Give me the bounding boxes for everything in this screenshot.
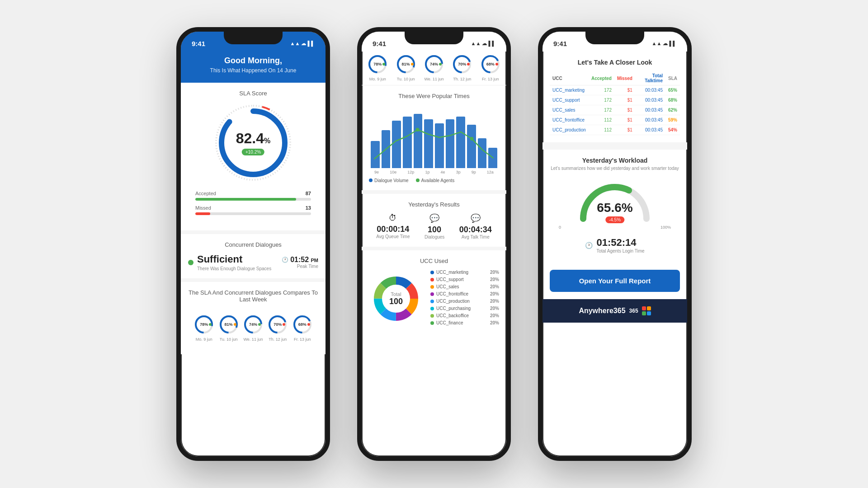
sufficient-badge: Sufficient There Was Enough Dialogue Spa… xyxy=(188,253,271,271)
greeting: Good Morning, xyxy=(190,56,316,66)
divider-2 xyxy=(181,278,326,282)
donut-label: Total 100 xyxy=(389,291,403,306)
week-circle-item: 74% We. 11 jun xyxy=(423,53,445,81)
results-grid: ⏱ 00:00:14 Avg Queue Time 💬 100 Dialogue… xyxy=(369,213,499,239)
table-row: UCC_marketing 172 $1 00:03:45 65% xyxy=(550,85,680,95)
ucc-pct: 20% xyxy=(490,270,499,275)
time-badge: 🕐 01:52 PM Peak Time xyxy=(282,256,318,269)
bar xyxy=(403,117,412,168)
td-total: 00:03:45 xyxy=(635,95,665,105)
missed-stat: Missed 13 xyxy=(195,205,311,215)
logo-text: Anywhere365 xyxy=(579,307,625,315)
ucc-pct: 20% xyxy=(490,299,499,304)
time-val-text: 01:52 xyxy=(290,256,309,263)
accepted-label: Accepted xyxy=(195,191,216,196)
svg-point-33 xyxy=(495,63,498,66)
ucc-legend-item: UCC_frontoffice 20% xyxy=(430,291,499,296)
talk-value: 00:04:34 xyxy=(459,225,492,235)
ucc-dot xyxy=(430,292,434,296)
donut-total-text: Total xyxy=(389,291,403,297)
queue-label: Avg Queue Time xyxy=(376,234,410,239)
ucc-legend-item: UCC_marketing 20% xyxy=(430,270,499,275)
mini-date: We. 11 jun xyxy=(423,77,445,81)
donut-chart: Total 100 xyxy=(369,272,423,326)
anywhere365-logo: Anywhere365 365 xyxy=(550,306,680,315)
yesterday-results: Yesterday's Results ⏱ 00:00:14 Avg Queue… xyxy=(362,190,506,247)
mini-circle-value: 70% xyxy=(458,62,466,66)
td-missed: $1 xyxy=(614,85,635,95)
concurrent-title: Concurrent Dialogues xyxy=(188,241,318,248)
sufficient-sub: There Was Enough Dialogue Spaces xyxy=(197,266,271,271)
week-circle-item: 68% Fr. 13 jun xyxy=(292,314,313,342)
ucc-name: UCC_sales xyxy=(436,284,490,289)
gauge-number: 65.6% xyxy=(597,201,632,215)
sla-num: 82.4 xyxy=(236,130,264,146)
bar xyxy=(488,148,497,168)
sla-section: SLA Score xyxy=(181,83,326,230)
td-ucc-name: UCC_frontoffice xyxy=(550,115,589,125)
dialogues-value: 100 xyxy=(425,225,444,235)
accepted-bar xyxy=(195,198,311,201)
missed-label-row: Missed 13 xyxy=(195,205,311,211)
clock-icon-3: 🕐 xyxy=(585,242,593,249)
ucc-legend: UCC_marketing 20% UCC_support 20% UCC_sa… xyxy=(430,270,499,328)
ucc-pct: 20% xyxy=(490,291,499,296)
td-missed: $1 xyxy=(614,105,635,115)
mini-date: Th. 12 jun xyxy=(451,77,473,81)
ucc-name: UCC_support xyxy=(436,277,490,282)
ucc-dot xyxy=(430,285,434,289)
ucc-name: UCC_frontoffice xyxy=(436,291,490,296)
mini-date: Mo. 9 jun xyxy=(367,77,388,81)
th-total: Total Talktime xyxy=(635,71,665,85)
mini-circle-value: 78% xyxy=(373,62,382,66)
table-header-row: UCC Accepted Missed Total Talktime SLA xyxy=(550,71,680,85)
bar xyxy=(456,117,465,168)
sufficient-text: Sufficient xyxy=(197,253,271,265)
time-3: 9:41 xyxy=(553,40,567,47)
gauge-badge: -4.5% xyxy=(605,216,624,223)
bar-chart xyxy=(369,105,499,168)
mini-circle-value: 68% xyxy=(486,62,495,66)
mini-circle: 68% xyxy=(292,314,313,335)
mini-date: Fr. 13 jun xyxy=(292,337,313,342)
mini-circle: 78% xyxy=(193,314,215,335)
sla-pct-sign: % xyxy=(264,137,270,145)
workload-title: Yesterday's Workload xyxy=(550,157,680,164)
closer-look-title: Let's Take A Closer Look xyxy=(550,59,680,66)
td-sla: 65% xyxy=(665,85,680,95)
mini-circle: 74% xyxy=(423,53,445,75)
ucc-table: UCC Accepted Missed Total Talktime SLA U… xyxy=(550,71,680,135)
bar xyxy=(414,114,423,168)
phone3-footer: Anywhere365 365 xyxy=(542,299,687,323)
time-label: Peak Time xyxy=(282,264,318,269)
phone1-content: Good Morning, This Is What Happened On 1… xyxy=(181,52,326,456)
open-report-button[interactable]: Open Your Full Report xyxy=(550,270,680,292)
td-sla: 68% xyxy=(665,95,680,105)
mini-date: Tu. 10 jun xyxy=(395,77,417,81)
popular-times-title: These Were Popular Times xyxy=(369,93,499,99)
th-missed: Missed xyxy=(614,71,635,85)
logo-squares xyxy=(642,306,651,315)
mini-circle: 70% xyxy=(451,53,473,75)
mini-circle-value: 78% xyxy=(200,322,208,327)
sufficient-info: Sufficient There Was Enough Dialogue Spa… xyxy=(197,253,271,271)
td-missed: $1 xyxy=(614,125,635,135)
table-head: UCC Accepted Missed Total Talktime SLA xyxy=(550,71,680,85)
closer-look-section: Let's Take A Closer Look UCC Accepted Mi… xyxy=(542,52,687,142)
legend-agents: Available Agents xyxy=(416,178,455,183)
ucc-title: UCC Used xyxy=(369,258,499,264)
dialogues-item: 💬 100 Dialogues xyxy=(425,213,444,239)
subtitle: This Is What Happened On 14 June xyxy=(190,67,316,74)
td-missed: $1 xyxy=(614,95,635,105)
ucc-dot xyxy=(430,300,434,303)
ucc-name: UCC_purchasing xyxy=(436,306,490,311)
concurrent-row: Sufficient There Was Enough Dialogue Spa… xyxy=(188,253,318,271)
table-body: UCC_marketing 172 $1 00:03:45 65% UCC_su… xyxy=(550,85,680,135)
time-2: 9:41 xyxy=(373,40,386,47)
logo-sq-blue xyxy=(647,311,651,315)
ucc-name: UCC_backoffice xyxy=(436,313,490,318)
td-accepted: 172 xyxy=(589,85,614,95)
sla-circle-container: 82.4% +10.2% xyxy=(188,102,318,183)
logo-superscript: 365 xyxy=(629,308,638,314)
sla-value: 82.4% +10.2% xyxy=(236,130,271,155)
